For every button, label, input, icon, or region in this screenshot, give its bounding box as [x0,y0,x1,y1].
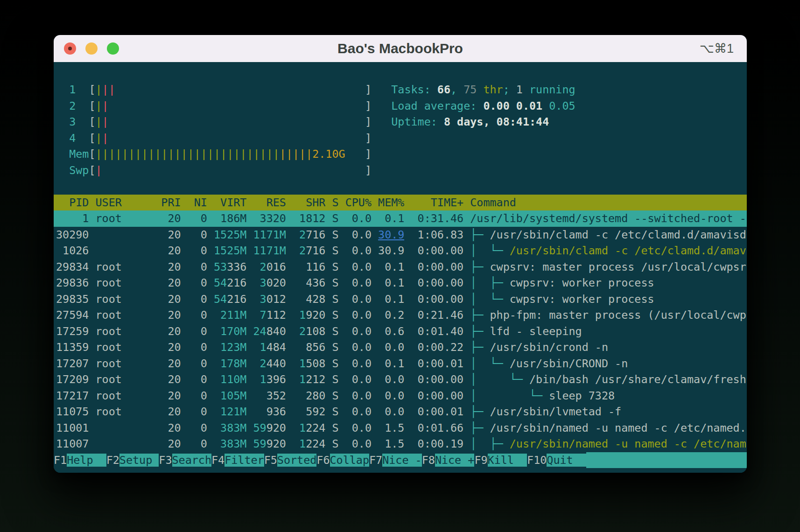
process-row-11359[interactable]: 11359 root 20 0 123M 1484 856 S 0.0 0.0 … [54,339,747,356]
cell-virt: 178M [214,356,246,372]
cell-virt: 54216 [214,275,246,291]
fkey-number: F8 [422,454,435,467]
close-button[interactable] [64,42,76,55]
process-row-17209[interactable]: 17209 root 20 0 110M 1396 1212 S 0.0 0.0… [54,371,747,388]
cell-res: 3320 [253,210,286,227]
cell-res: 24840 [253,323,286,340]
process-row-29836[interactable]: 29836 root 20 0 54216 3020 436 S 0.0 0.1… [54,275,747,291]
cell-cpu: 0.0 [345,436,372,452]
fkey-label: Nice + [435,454,475,467]
cell-virt: 383M [214,420,246,436]
fkey-f6-collap[interactable]: F6Collap [316,452,369,469]
fkey-f10-quit[interactable]: F10Quit [527,452,586,469]
cell-s: S [332,436,338,452]
cell-s: S [332,243,338,259]
cell-ni: 0 [188,227,207,243]
blank-line [54,178,747,195]
process-row-17259[interactable]: 17259 root 20 0 170M 24840 2108 S 0.0 0.… [54,323,747,340]
cell-cpu: 0.0 [345,388,372,404]
cell-ni: 0 [188,307,207,323]
process-row-11007[interactable]: 11007 20 0 383M 59920 1224 S 0.0 1.5 0:0… [54,436,747,452]
cell-pid: 29836 [56,275,89,291]
cell-ni: 0 [188,210,207,227]
process-row-1[interactable]: 1 root 20 0 186M 3320 1812 S 0.0 0.1 0:3… [54,210,747,227]
cell-pri: 20 [161,388,181,404]
function-key-bar: F1Help F2Setup F3SearchF4FilterF5SortedF… [54,452,747,469]
fkey-label: Nice - [382,454,422,467]
cell-virt: 54216 [214,291,246,308]
cell-user: root [96,371,155,388]
process-row-17207[interactable]: 17207 root 20 0 178M 2440 1508 S 0.0 0.1… [54,356,747,372]
fkey-f8-nice[interactable]: F8Nice + [422,452,475,469]
fkey-f9-kill[interactable]: F9Kill [474,452,527,469]
cell-res: 3012 [253,291,286,308]
cell-s: S [332,291,338,308]
col-res: RES [253,195,286,211]
process-row-29834[interactable]: 29834 root 20 0 53336 2016 116 S 0.0 0.1… [54,259,747,275]
fkey-f4-filter[interactable]: F4Filter [211,452,264,469]
cell-cpu: 0.0 [345,275,372,291]
cell-pid: 30290 [56,227,89,243]
cell-time: 0:00.00 [411,291,464,308]
cell-virt: 121M [214,404,246,420]
cell-mem: 0.0 [378,339,404,356]
cell-shr: 1224 [293,420,325,436]
cell-mem: 0.1 [378,259,404,275]
cell-cpu: 0.0 [345,404,372,420]
cell-command: ├─ /usr/sbin/named -u named -c /etc/name… [470,421,746,434]
cell-s: S [332,227,338,243]
cell-time: 0:00.00 [411,371,464,388]
process-row-30290[interactable]: 30290 20 0 1525M 1171M 2716 S 0.0 30.9 1… [54,227,747,243]
cell-command: ├─ lfd - sleeping [470,325,582,338]
minimize-button[interactable] [85,42,98,55]
process-row-17217[interactable]: 17217 root 20 0 105M 352 280 S 0.0 0.0 0… [54,388,747,404]
cell-virt: 1525M [214,227,246,243]
fkey-number: F6 [316,454,330,467]
window-titlebar[interactable]: Bao's MacbookPro ⌥⌘1 [54,35,747,62]
window-shortcut-badge: ⌥⌘1 [700,35,734,62]
fkey-label: Filter [225,454,264,467]
cell-pri: 20 [161,356,181,372]
cell-pri: 20 [161,420,181,436]
cell-ni: 0 [188,339,207,356]
cell-virt: 211M [214,307,246,323]
fkey-f7-nice[interactable]: F7Nice - [369,452,422,469]
col-shr: SHR [293,195,325,211]
process-row-27594[interactable]: 27594 root 20 0 211M 7112 1920 S 0.0 0.2… [54,307,747,323]
window-title: Bao's MacbookPro [54,41,747,56]
cell-ni: 0 [188,323,207,340]
cell-res: 7112 [253,307,286,323]
cell-s: S [332,210,338,227]
fkey-f3-search[interactable]: F3Search [159,452,211,469]
htop-screen: 1 [|||] Tasks: 66, 75 thr; 1 running 2 [… [54,62,747,473]
cell-shr: 592 [293,404,325,420]
cell-pid: 27594 [56,307,89,323]
process-row-11075[interactable]: 11075 root 20 0 121M 936 592 S 0.0 0.0 0… [54,404,747,420]
fkey-number: F1 [54,454,67,467]
cell-res: 1396 [253,371,286,388]
cell-virt: 170M [214,323,246,340]
cell-cpu: 0.0 [345,243,372,259]
fkey-f1-help[interactable]: F1Help [54,452,106,469]
cell-virt: 186M [214,210,246,227]
process-row-11001[interactable]: 11001 20 0 383M 59920 1224 S 0.0 1.5 0:0… [54,420,747,436]
cell-pri: 20 [161,291,181,308]
fkey-number: F10 [527,454,547,467]
fkey-number: F4 [211,454,225,467]
col-pri: PRI [161,195,181,211]
fkey-f5-sorted[interactable]: F5Sorted [264,452,317,469]
process-row-1026[interactable]: 1026 20 0 1525M 1171M 2716 S 0.0 30.9 0:… [54,243,747,259]
zoom-button[interactable] [107,42,119,55]
table-header[interactable]: PID USER PRI NI VIRT RES SHR S CPU% MEM%… [54,195,747,211]
cell-shr: 1224 [293,436,325,452]
cell-mem: 0.1 [378,210,404,227]
cell-s: S [332,404,338,420]
fkey-label: Setup [119,454,159,467]
cell-command: │ └─ /usr/sbin/clamd -c /etc/clamd.d/ama… [470,244,746,257]
cell-ni: 0 [188,259,207,275]
cell-time: 0:00.22 [411,339,464,356]
cell-mem: 0.1 [378,356,404,372]
process-row-29835[interactable]: 29835 root 20 0 54216 3012 428 S 0.0 0.1… [54,291,747,308]
fkey-f2-setup[interactable]: F2Setup [106,452,159,469]
col-s: S [332,195,338,211]
